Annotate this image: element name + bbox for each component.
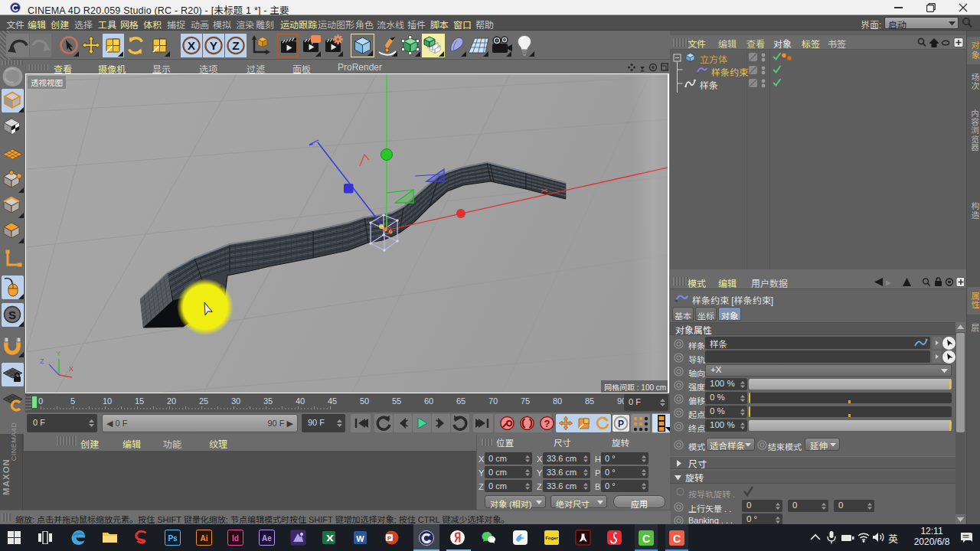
svg-text:P: P	[618, 419, 624, 429]
svg-text:Id: Id	[232, 534, 239, 543]
svg-text:P: P	[387, 535, 391, 542]
svg-text:X: X	[188, 39, 196, 52]
svg-text:Ps: Ps	[168, 534, 178, 543]
svg-text:C: C	[673, 533, 681, 545]
svg-text:Y: Y	[56, 350, 60, 357]
svg-text:Z: Z	[232, 39, 240, 52]
svg-text:Ai: Ai	[201, 534, 208, 543]
svg-text:C: C	[642, 533, 650, 545]
svg-text:S: S	[8, 308, 16, 321]
svg-text:W: W	[356, 534, 364, 543]
svg-text:X: X	[69, 365, 74, 373]
svg-text:Y: Y	[210, 39, 218, 52]
svg-text:?: ?	[544, 418, 550, 429]
svg-text:Ae: Ae	[262, 534, 272, 543]
svg-text:Foger: Foger	[545, 536, 558, 540]
svg-text:Z: Z	[40, 357, 44, 365]
